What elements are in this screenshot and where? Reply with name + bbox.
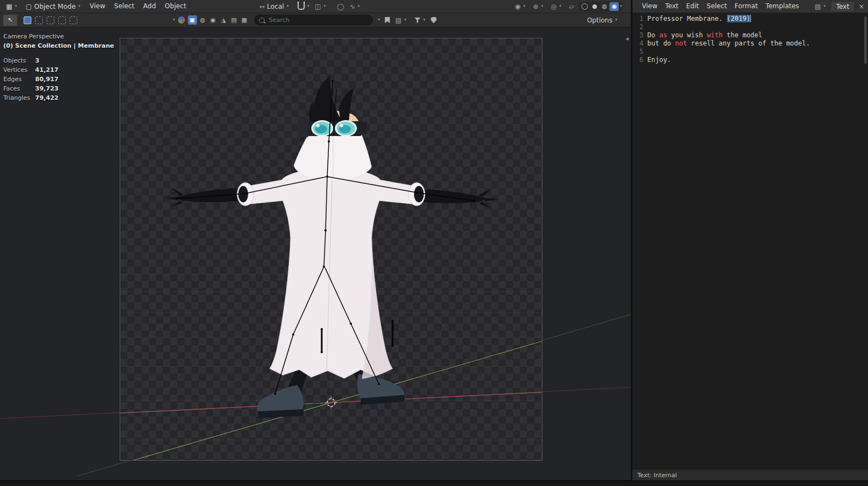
code-lines: 1Professor Membrane. (2019)23Do as you w… — [632, 15, 868, 64]
menu-add[interactable]: Add — [139, 0, 160, 13]
chevron-down-icon: ▾ — [324, 4, 326, 8]
options-dropdown[interactable]: Options ▾ — [584, 15, 620, 26]
viewport-editor-icon: ▦ — [6, 3, 12, 10]
status-bar — [0, 481, 868, 486]
search-input[interactable] — [268, 16, 368, 24]
display-mode-dropdown[interactable]: ▤ ▾ — [393, 15, 409, 26]
select-mode-extend[interactable] — [35, 16, 43, 24]
blender-window: ▦ ▾ ▢ Object Mode ▾ ViewSelectAddObject … — [0, 0, 868, 486]
view-perspective-label: Camera Perspective — [3, 32, 114, 41]
code-line[interactable]: 5 — [632, 48, 868, 56]
strip-icon-4[interactable]: ▤ — [229, 15, 239, 25]
shading-wireframe-button[interactable]: ◯ — [580, 2, 589, 11]
stat-label: Objects — [3, 56, 35, 65]
overlays-icon: ◎ — [551, 3, 556, 10]
chevron-down-icon: ▾ — [559, 4, 562, 8]
scene-stats: Objects3Vertices41,217Edges80,917Faces39… — [3, 56, 114, 103]
datablock-name-field[interactable]: Text — [831, 1, 855, 12]
line-number: 6 — [632, 56, 647, 64]
shading-solid-button[interactable]: ● — [590, 2, 599, 11]
menu-select[interactable]: Select — [703, 0, 731, 13]
menu-text[interactable]: Text — [661, 0, 682, 13]
strip-icon-2[interactable]: ◉ — [209, 15, 218, 25]
code-area[interactable]: 1Professor Membrane. (2019)23Do as you w… — [632, 13, 868, 469]
filter-dropdown[interactable]: ▾ — [412, 15, 428, 26]
shading-material-button[interactable]: ◍ — [600, 2, 609, 11]
search-field[interactable] — [254, 15, 373, 25]
show-gizmo-dropdown[interactable]: ⊕ ▾ — [530, 1, 546, 12]
stat-label: Faces — [3, 84, 35, 93]
active-tool-button[interactable]: ↖ — [3, 15, 17, 26]
shield-icon[interactable] — [430, 17, 436, 24]
strip-icon-3[interactable]: ◮ — [219, 15, 228, 25]
gizmo-icon: ⊕ — [533, 3, 539, 10]
line-number: 4 — [632, 39, 647, 48]
chevron-down-icon: ▾ — [620, 4, 622, 8]
show-overlays-dropdown[interactable]: ◎ ▾ — [548, 1, 564, 12]
select-mode-new[interactable] — [24, 16, 31, 24]
menu-templates[interactable]: Templates — [761, 0, 803, 13]
menu-view[interactable]: View — [85, 0, 109, 13]
proportional-edit-toggle[interactable]: ◯ — [334, 1, 346, 12]
select-mode-group — [24, 16, 80, 24]
orientation-ball-icon[interactable] — [178, 16, 185, 24]
proportional-falloff-dropdown[interactable]: ∿ ▾ — [347, 1, 363, 12]
viewport-info-overlay: Camera Perspective (0) Scene Collection … — [3, 32, 114, 103]
stat-value: 41,217 — [35, 65, 58, 75]
snap-target-dropdown[interactable]: ◫ ▾ — [312, 1, 328, 12]
code-line[interactable]: 2 — [632, 23, 868, 31]
filter-icon — [415, 17, 421, 23]
lab-coat — [250, 169, 412, 378]
datablock-browse-dropdown[interactable]: ▤ ▾ — [812, 1, 828, 12]
select-mode-intersect[interactable] — [70, 16, 77, 24]
object-mode-icon: ▢ — [26, 3, 32, 10]
object-visibility-dropdown[interactable]: ◉ ▾ — [512, 1, 528, 12]
line-number: 1 — [632, 15, 647, 23]
list-display-icon: ▤ — [395, 17, 401, 24]
menu-edit[interactable]: Edit — [682, 0, 703, 13]
line-number: 2 — [632, 23, 647, 31]
stat-row: Objects3 — [3, 56, 114, 65]
sidebar-toggle-icon[interactable]: ◂ — [625, 35, 629, 42]
shading-rendered-button[interactable]: ◉ — [609, 2, 619, 11]
camera-view[interactable] — [120, 38, 542, 461]
options-label: Options — [587, 16, 612, 24]
collapse-chevron-icon[interactable]: ▾ — [173, 18, 175, 22]
orientation-label: Local — [267, 3, 284, 10]
right-cuff — [408, 183, 425, 206]
chevron-down-icon: ▾ — [423, 18, 425, 22]
strip-icon-0[interactable]: ▣ — [188, 15, 197, 25]
select-mode-invert[interactable] — [58, 16, 66, 24]
menu-select[interactable]: Select — [110, 0, 139, 13]
select-mode-subtract[interactable] — [47, 16, 54, 24]
code-line[interactable]: 4but do not resell any parts of the mode… — [632, 39, 868, 48]
editor-type-button[interactable]: ▦ ▾ — [3, 1, 20, 12]
xray-toggle[interactable]: ▱ — [566, 1, 576, 12]
text-editor: ViewTextEditSelectFormatTemplates ▤ ▾ Te… — [632, 0, 868, 481]
stat-value: 79,422 — [35, 93, 58, 103]
tool-header: ↖ ▾ ▣◍◉◮▤▦ ▾ ▤ — [0, 13, 631, 27]
datablock-name: Text — [836, 3, 849, 10]
viewport-editor: ▦ ▾ ▢ Object Mode ▾ ViewSelectAddObject … — [0, 0, 631, 481]
unlink-datablock-button[interactable]: × — [857, 3, 866, 10]
transform-orientation-dropdown[interactable]: ↔ Local ▾ — [256, 1, 292, 12]
stat-value: 80,917 — [35, 75, 58, 84]
mode-dropdown[interactable]: ▢ Object Mode ▾ — [23, 1, 83, 12]
menu-format[interactable]: Format — [731, 0, 761, 13]
viewport-header: ▦ ▾ ▢ Object Mode ▾ ViewSelectAddObject … — [0, 0, 631, 13]
code-line[interactable]: 6Enjoy. — [632, 56, 868, 64]
code-line[interactable]: 3Do as you wish with the model — [632, 31, 868, 39]
code-line[interactable]: 1Professor Membrane. (2019) — [632, 15, 868, 23]
scrollbar-thumb[interactable] — [864, 16, 867, 64]
chevron-down-icon: ▾ — [404, 18, 406, 22]
proportional-circle-icon: ◯ — [337, 3, 344, 10]
strip-icon-5[interactable]: ▦ — [240, 15, 249, 25]
text-editor-footer: Text: Internal — [632, 469, 868, 481]
menu-view[interactable]: View — [638, 0, 661, 13]
menu-object[interactable]: Object — [160, 0, 191, 13]
snap-toggle-button[interactable]: ▾ — [295, 1, 312, 12]
visibility-icon: ◉ — [515, 3, 520, 10]
3d-region[interactable]: Camera Perspective (0) Scene Collection … — [0, 27, 631, 481]
bookmark-icon[interactable] — [385, 17, 390, 24]
strip-icon-1[interactable]: ◍ — [198, 15, 208, 25]
